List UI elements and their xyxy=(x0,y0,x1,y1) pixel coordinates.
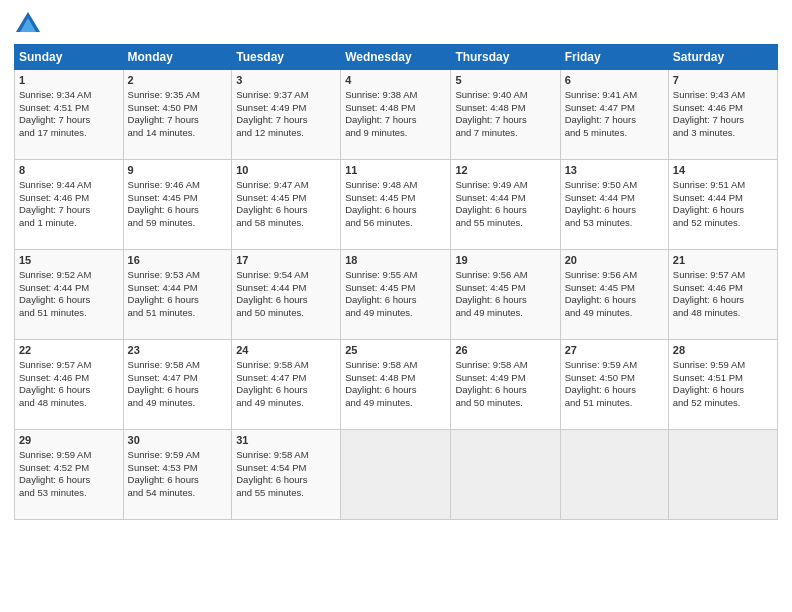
cell-line: Sunset: 4:44 PM xyxy=(455,192,555,205)
calendar-cell: 2Sunrise: 9:35 AMSunset: 4:50 PMDaylight… xyxy=(123,70,232,160)
cell-line: Sunset: 4:45 PM xyxy=(565,282,664,295)
cell-line: Sunset: 4:51 PM xyxy=(19,102,119,115)
cell-line: Sunrise: 9:37 AM xyxy=(236,89,336,102)
cell-line: and 56 minutes. xyxy=(345,217,446,230)
header-day: Friday xyxy=(560,45,668,70)
cell-line: Daylight: 7 hours xyxy=(236,114,336,127)
cell-line: Sunset: 4:46 PM xyxy=(673,102,773,115)
cell-line: Sunset: 4:47 PM xyxy=(565,102,664,115)
cell-line: and 14 minutes. xyxy=(128,127,228,140)
calendar-cell: 13Sunrise: 9:50 AMSunset: 4:44 PMDayligh… xyxy=(560,160,668,250)
calendar-cell: 31Sunrise: 9:58 AMSunset: 4:54 PMDayligh… xyxy=(232,430,341,520)
cell-line: Sunrise: 9:41 AM xyxy=(565,89,664,102)
cell-line: Daylight: 7 hours xyxy=(345,114,446,127)
cell-line: and 59 minutes. xyxy=(128,217,228,230)
cell-line: and 58 minutes. xyxy=(236,217,336,230)
day-number: 7 xyxy=(673,73,773,88)
calendar-cell: 30Sunrise: 9:59 AMSunset: 4:53 PMDayligh… xyxy=(123,430,232,520)
cell-line: and 55 minutes. xyxy=(236,487,336,500)
cell-line: Daylight: 6 hours xyxy=(128,294,228,307)
cell-line: Sunset: 4:44 PM xyxy=(565,192,664,205)
cell-line: Sunrise: 9:55 AM xyxy=(345,269,446,282)
cell-line: Sunrise: 9:56 AM xyxy=(565,269,664,282)
calendar-cell: 3Sunrise: 9:37 AMSunset: 4:49 PMDaylight… xyxy=(232,70,341,160)
day-number: 22 xyxy=(19,343,119,358)
calendar-cell: 27Sunrise: 9:59 AMSunset: 4:50 PMDayligh… xyxy=(560,340,668,430)
cell-line: Sunset: 4:44 PM xyxy=(128,282,228,295)
cell-line: and 48 minutes. xyxy=(673,307,773,320)
calendar-cell: 9Sunrise: 9:46 AMSunset: 4:45 PMDaylight… xyxy=(123,160,232,250)
cell-line: Sunrise: 9:58 AM xyxy=(128,359,228,372)
cell-line: Sunrise: 9:58 AM xyxy=(455,359,555,372)
cell-line: and 49 minutes. xyxy=(345,307,446,320)
cell-line: Sunset: 4:44 PM xyxy=(236,282,336,295)
cell-line: Daylight: 6 hours xyxy=(236,474,336,487)
cell-line: Sunset: 4:46 PM xyxy=(673,282,773,295)
cell-line: Daylight: 7 hours xyxy=(455,114,555,127)
day-number: 9 xyxy=(128,163,228,178)
day-number: 20 xyxy=(565,253,664,268)
cell-line: and 51 minutes. xyxy=(565,397,664,410)
cell-line: Sunrise: 9:49 AM xyxy=(455,179,555,192)
cell-line: Daylight: 6 hours xyxy=(455,384,555,397)
cell-line: Daylight: 6 hours xyxy=(236,204,336,217)
cell-line: Sunset: 4:50 PM xyxy=(128,102,228,115)
day-number: 4 xyxy=(345,73,446,88)
day-number: 26 xyxy=(455,343,555,358)
cell-line: and 53 minutes. xyxy=(565,217,664,230)
calendar-cell: 17Sunrise: 9:54 AMSunset: 4:44 PMDayligh… xyxy=(232,250,341,340)
day-number: 15 xyxy=(19,253,119,268)
calendar-cell: 16Sunrise: 9:53 AMSunset: 4:44 PMDayligh… xyxy=(123,250,232,340)
cell-line: and 50 minutes. xyxy=(455,397,555,410)
day-number: 31 xyxy=(236,433,336,448)
day-number: 23 xyxy=(128,343,228,358)
calendar-cell xyxy=(341,430,451,520)
calendar-week-row: 1Sunrise: 9:34 AMSunset: 4:51 PMDaylight… xyxy=(15,70,778,160)
cell-line: and 12 minutes. xyxy=(236,127,336,140)
header-day: Monday xyxy=(123,45,232,70)
cell-line: Sunset: 4:44 PM xyxy=(673,192,773,205)
cell-line: Sunset: 4:47 PM xyxy=(128,372,228,385)
cell-line: Sunrise: 9:57 AM xyxy=(673,269,773,282)
cell-line: Sunrise: 9:46 AM xyxy=(128,179,228,192)
cell-line: Daylight: 6 hours xyxy=(128,474,228,487)
cell-line: Sunrise: 9:38 AM xyxy=(345,89,446,102)
cell-line: Daylight: 6 hours xyxy=(19,384,119,397)
cell-line: Sunrise: 9:34 AM xyxy=(19,89,119,102)
day-number: 29 xyxy=(19,433,119,448)
cell-line: and 7 minutes. xyxy=(455,127,555,140)
day-number: 5 xyxy=(455,73,555,88)
cell-line: and 48 minutes. xyxy=(19,397,119,410)
calendar-cell: 26Sunrise: 9:58 AMSunset: 4:49 PMDayligh… xyxy=(451,340,560,430)
cell-line: Sunrise: 9:50 AM xyxy=(565,179,664,192)
cell-line: and 49 minutes. xyxy=(565,307,664,320)
cell-line: Daylight: 7 hours xyxy=(673,114,773,127)
cell-line: Daylight: 6 hours xyxy=(345,384,446,397)
calendar-cell: 11Sunrise: 9:48 AMSunset: 4:45 PMDayligh… xyxy=(341,160,451,250)
day-number: 21 xyxy=(673,253,773,268)
cell-line: Sunrise: 9:59 AM xyxy=(673,359,773,372)
day-number: 24 xyxy=(236,343,336,358)
calendar-cell: 6Sunrise: 9:41 AMSunset: 4:47 PMDaylight… xyxy=(560,70,668,160)
header-day: Saturday xyxy=(668,45,777,70)
cell-line: Sunrise: 9:58 AM xyxy=(236,359,336,372)
cell-line: Daylight: 6 hours xyxy=(565,384,664,397)
day-number: 8 xyxy=(19,163,119,178)
calendar-cell: 1Sunrise: 9:34 AMSunset: 4:51 PMDaylight… xyxy=(15,70,124,160)
header xyxy=(14,10,778,38)
calendar-cell xyxy=(668,430,777,520)
cell-line: Sunset: 4:50 PM xyxy=(565,372,664,385)
day-number: 30 xyxy=(128,433,228,448)
cell-line: Daylight: 6 hours xyxy=(673,384,773,397)
cell-line: Sunset: 4:53 PM xyxy=(128,462,228,475)
cell-line: Sunset: 4:44 PM xyxy=(19,282,119,295)
cell-line: Sunrise: 9:59 AM xyxy=(19,449,119,462)
calendar-cell: 7Sunrise: 9:43 AMSunset: 4:46 PMDaylight… xyxy=(668,70,777,160)
day-number: 3 xyxy=(236,73,336,88)
cell-line: Daylight: 6 hours xyxy=(455,294,555,307)
cell-line: Sunset: 4:46 PM xyxy=(19,192,119,205)
day-number: 14 xyxy=(673,163,773,178)
cell-line: Daylight: 6 hours xyxy=(236,384,336,397)
cell-line: and 49 minutes. xyxy=(128,397,228,410)
cell-line: Sunset: 4:48 PM xyxy=(345,372,446,385)
